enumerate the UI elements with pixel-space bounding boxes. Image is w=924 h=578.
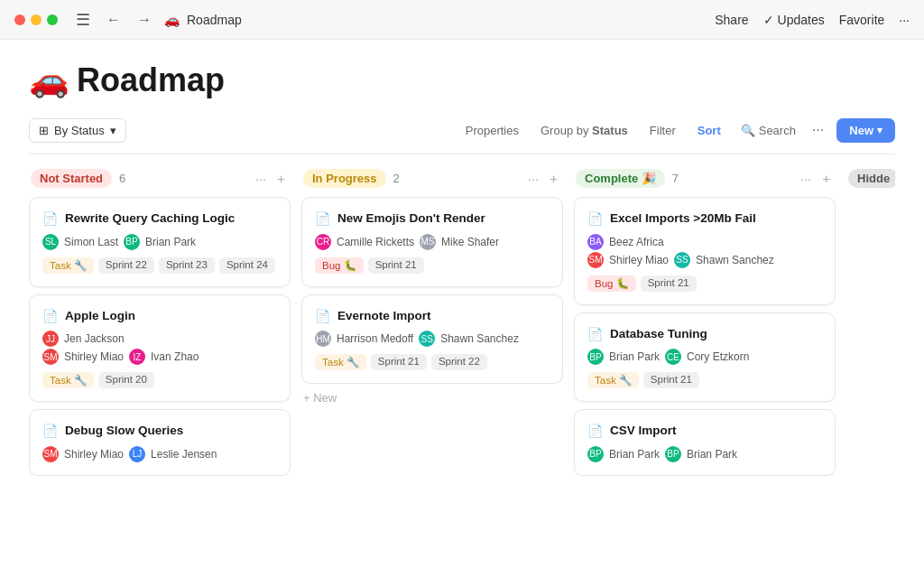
minimize-button[interactable] xyxy=(31,14,42,25)
cards-not-started: 📄Rewrite Query Caching LogicSLSimon Last… xyxy=(29,197,291,476)
share-button[interactable]: Share xyxy=(715,13,748,27)
assignee-name: Harrison Medoff xyxy=(337,332,413,345)
column-header-not-started: Not Started6···+ xyxy=(29,169,291,188)
column-count: 6 xyxy=(119,172,125,185)
column-more-button[interactable]: ··· xyxy=(524,169,543,188)
document-icon: 📄 xyxy=(315,309,330,323)
group-by-button[interactable]: Group by Status xyxy=(530,119,639,142)
sprint-tag: Sprint 23 xyxy=(159,257,215,274)
column-complete: Complete 🎉7···+📄Excel Imports >20Mb Fail… xyxy=(574,169,836,571)
tag-task: Task 🔧 xyxy=(587,372,639,388)
card-title: Excel Imports >20Mb Fail xyxy=(610,210,756,227)
assignee-name: Simon Last xyxy=(64,236,118,248)
cards-complete: 📄Excel Imports >20Mb FailBABeez AfricaSM… xyxy=(574,197,836,476)
assignee-name: Brian Park xyxy=(609,350,660,363)
avatar: BA xyxy=(587,234,604,250)
column-more-button[interactable]: ··· xyxy=(797,169,816,188)
column-add-button[interactable]: + xyxy=(273,169,289,188)
heading-emoji: 🚗 xyxy=(29,61,69,99)
card[interactable]: 📄CSV ImportBPBrian ParkBPBrian Park xyxy=(574,409,836,476)
forward-button[interactable]: → xyxy=(134,10,155,30)
avatar: SL xyxy=(42,234,59,250)
card-title-row: 📄CSV Import xyxy=(587,423,822,439)
toolbar-left: ⊞ By Status ▾ xyxy=(29,118,126,143)
assignee-name: Ivan Zhao xyxy=(151,350,199,363)
card-title: Apple Login xyxy=(65,308,135,324)
sprint-tag: Sprint 21 xyxy=(371,354,427,370)
sprint-tag: Sprint 21 xyxy=(368,257,424,274)
card[interactable]: 📄New Emojis Don't RenderCRCamille Ricket… xyxy=(301,197,563,287)
tag-bug: Bug 🐛 xyxy=(315,257,364,274)
card[interactable]: 📄Rewrite Query Caching LogicSLSimon Last… xyxy=(29,197,291,287)
card-title-row: 📄Evernote Import xyxy=(315,308,550,324)
add-card-button[interactable]: + New xyxy=(301,384,563,412)
maximize-button[interactable] xyxy=(47,14,58,25)
sprint-tag: Sprint 24 xyxy=(219,257,275,274)
board: Not Started6···+📄Rewrite Query Caching L… xyxy=(29,169,895,578)
card-tags: Bug 🐛Sprint 21 xyxy=(315,257,550,274)
traffic-lights xyxy=(14,14,58,25)
avatar: SM xyxy=(587,252,604,268)
avatar-row: SLSimon LastBPBrian Park xyxy=(42,234,277,250)
back-button[interactable]: ← xyxy=(103,10,125,30)
assignee-name: Beez Africa xyxy=(609,236,664,248)
titlebar-left: ☰ ← → 🚗 Roadmap xyxy=(14,8,242,32)
filter-button[interactable]: Filter xyxy=(639,119,687,142)
assignee-name: Shirley Miao xyxy=(64,350,124,363)
card-title: Database Tuning xyxy=(610,326,707,342)
column-in-progress: In Progress2···+📄New Emojis Don't Render… xyxy=(301,169,563,571)
new-button[interactable]: New ▾ xyxy=(836,118,895,143)
column-not-started: Not Started6···+📄Rewrite Query Caching L… xyxy=(29,169,291,571)
tag-task: Task 🔧 xyxy=(42,372,94,388)
toolbar-more-button[interactable]: ··· xyxy=(805,117,831,143)
card[interactable]: 📄Database TuningBPBrian ParkCECory Etzko… xyxy=(574,312,836,403)
assignee-name: Leslie Jensen xyxy=(151,448,217,461)
sort-button[interactable]: Sort xyxy=(687,119,732,142)
column-count: 7 xyxy=(672,172,679,185)
chevron-down-icon: ▾ xyxy=(877,125,882,136)
by-status-button[interactable]: ⊞ By Status ▾ xyxy=(29,118,126,143)
column-add-button[interactable]: + xyxy=(546,169,561,188)
column-actions: ···+ xyxy=(252,169,289,188)
avatar: LJ xyxy=(129,446,145,462)
sprint-tag: Sprint 21 xyxy=(641,275,697,292)
avatar: BP xyxy=(587,446,604,462)
document-icon: 📄 xyxy=(42,211,58,226)
card-title-row: 📄New Emojis Don't Render xyxy=(315,210,550,227)
column-header-in-progress: In Progress2···+ xyxy=(301,169,563,188)
page-title: Roadmap xyxy=(187,13,242,27)
toolbar: ⊞ By Status ▾ Properties Group by Status… xyxy=(29,117,895,154)
favorite-button[interactable]: Favorite xyxy=(839,13,885,27)
card[interactable]: 📄Apple LoginJJJen JacksonSMShirley MiaoI… xyxy=(29,294,291,403)
column-add-button[interactable]: + xyxy=(818,169,834,188)
card[interactable]: 📄Excel Imports >20Mb FailBABeez AfricaSM… xyxy=(574,197,836,305)
avatar: HM xyxy=(315,331,331,347)
search-button[interactable]: 🔍 Search xyxy=(732,119,805,142)
assignee-name: Brian Park xyxy=(609,448,660,461)
column-more-button[interactable]: ··· xyxy=(252,169,271,188)
properties-button[interactable]: Properties xyxy=(455,119,530,142)
assignee-name: Jen Jackson xyxy=(64,332,125,345)
page-title-bar: 🚗 Roadmap xyxy=(164,13,242,27)
avatar: SM xyxy=(42,446,59,462)
page-content: 🚗 Roadmap ⊞ By Status ▾ Properties Group… xyxy=(0,40,924,578)
avatar: BP xyxy=(665,446,681,462)
card-assignees: CRCamille RickettsMSMike Shafer xyxy=(315,234,550,250)
avatar-row: BPBrian ParkCECory Etzkorn xyxy=(587,349,822,365)
column-header-complete: Complete 🎉7···+ xyxy=(574,169,836,188)
avatar: IZ xyxy=(129,349,145,365)
page-heading: 🚗 Roadmap xyxy=(29,61,895,99)
card[interactable]: 📄Evernote ImportHMHarrison MedoffSSShawn… xyxy=(301,294,563,385)
avatar: SS xyxy=(419,331,435,347)
updates-button[interactable]: ✓ Updates xyxy=(763,13,825,27)
close-button[interactable] xyxy=(14,14,25,25)
column-header-hidden: Hidde··· xyxy=(846,169,895,188)
more-options-button[interactable]: ··· xyxy=(899,13,910,27)
status-badge: In Progress xyxy=(303,169,386,188)
card[interactable]: 📄Debug Slow QueriesSMShirley MiaoLJLesli… xyxy=(29,409,291,476)
hamburger-button[interactable]: ☰ xyxy=(72,8,94,32)
avatar: CR xyxy=(315,234,331,250)
card-assignees: HMHarrison MedoffSSShawn Sanchez xyxy=(315,331,550,347)
avatar: SS xyxy=(674,252,690,268)
assignee-name: Shirley Miao xyxy=(64,448,124,461)
